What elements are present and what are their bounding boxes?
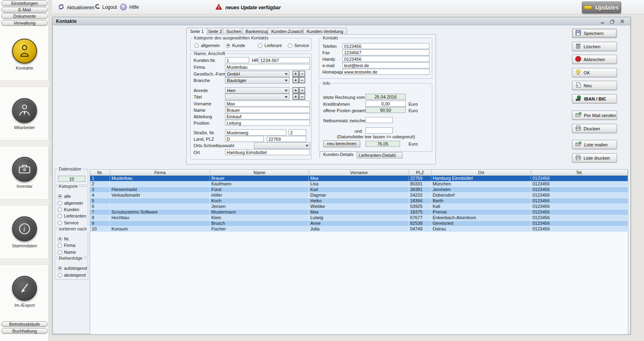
ort-field[interactable]: [225, 149, 310, 155]
table-row[interactable]: 4VerkaufsmarktHöferDagmar24232Dobersdorf…: [90, 193, 628, 198]
plz-field[interactable]: [267, 136, 306, 142]
kategorie-radio-kunde[interactable]: Kunde: [226, 43, 245, 48]
abbrechen-button[interactable]: Abbrechen: [572, 55, 617, 64]
detail-tab-lieferanten-details[interactable]: Lieferanten-Details: [355, 152, 399, 158]
sortieren-radio-nr-[interactable]: Nr.: [58, 236, 70, 241]
anrede-add-button[interactable]: +: [293, 87, 299, 93]
restore-icon[interactable]: [609, 19, 615, 24]
speichern-button[interactable]: Speichern: [572, 29, 617, 38]
table-row[interactable]: 2KaufmannLisa80331München0123456: [90, 181, 628, 187]
telefon-field[interactable]: [343, 43, 429, 49]
detail-tab-kunden-details[interactable]: Kunden-Details: [320, 151, 357, 158]
minimize-icon[interactable]: [600, 19, 606, 24]
name-field[interactable]: [225, 107, 310, 113]
orts-schnellauswahl-select[interactable]: [254, 142, 310, 149]
table-row[interactable]: 7Scoutsystems SoftwareMustermannMax18375…: [90, 210, 628, 215]
land-field[interactable]: [225, 136, 264, 142]
sortieren-radio-firma[interactable]: Firma: [58, 243, 75, 248]
table-row[interactable]: 6JensenWiebke53925Kall0123456: [90, 204, 628, 210]
toolbar-item-hilfe[interactable]: ?Hilfe: [120, 4, 139, 10]
table-row[interactable]: 10KonsumFischerJulia04749Ostrau0123456: [90, 226, 628, 232]
sidebar-button-e-mail[interactable]: E-Mail: [1, 7, 48, 12]
position-field[interactable]: [225, 120, 310, 126]
radio-dot-icon: [58, 237, 62, 241]
column-header-nr[interactable]: Nr.: [90, 170, 110, 175]
tab-kunden-verteilung[interactable]: Kunden-Verteilung: [303, 28, 347, 35]
abteilung-field[interactable]: [225, 113, 310, 119]
sortieren-radio-name[interactable]: Name: [58, 250, 76, 255]
filter-kategorie-radio-allgemein[interactable]: allgemein: [58, 201, 83, 205]
tab-seite-1[interactable]: Seite 1: [186, 28, 207, 35]
table-row[interactable]: 5KochHeiko18356Barth0123456: [90, 198, 628, 204]
liste-mailen-button[interactable]: Liste mailen: [572, 140, 617, 149]
neu-button[interactable]: Neu: [572, 81, 617, 90]
nettoumsatz-bis-field[interactable]: [365, 127, 393, 134]
kreditrahmen-field[interactable]: [365, 101, 406, 107]
gesellsch-form-add-button[interactable]: +: [293, 71, 299, 77]
column-header-vorname[interactable]: Vorname: [309, 170, 409, 175]
sidebar-button-dokumente[interactable]: Dokumente: [1, 13, 48, 19]
sidebar-item-stammdaten[interactable]: iStammdaten: [0, 216, 49, 248]
updates-button[interactable]: Updates: [582, 2, 621, 13]
kategorie-radio-service[interactable]: Service: [288, 43, 309, 48]
kategorie-radio-lieferant[interactable]: Lieferant: [258, 43, 282, 48]
gesellsch-form-remove-button[interactable]: –: [299, 71, 305, 77]
toolbar-item-aktualisieren[interactable]: Aktualisieren: [58, 4, 95, 11]
filter-kategorie-radio-lieferanten[interactable]: Lieferanten: [58, 214, 86, 218]
filter-kategorie-radio-alle[interactable]: alle: [58, 194, 71, 199]
sidebar-item-mitarbeiter[interactable]: Mitarbeiter: [0, 98, 49, 130]
iban-bic-button[interactable]: IBAN / BIC: [572, 94, 617, 103]
sidebar-button-verwaltung[interactable]: Verwaltung: [1, 20, 48, 26]
sidebar-item-kontakte[interactable]: Kontakte: [0, 39, 49, 70]
liste-drucken-button[interactable]: Liste drucken: [572, 153, 617, 162]
sidebar-item-im-export[interactable]: Im-/Export: [0, 276, 49, 308]
detail-tab-stub[interactable]: [395, 152, 402, 158]
toolbar-item-logout[interactable]: Logout: [94, 4, 117, 10]
per-mail-senden-button[interactable]: Per Mail senden: [572, 111, 617, 120]
neu-berechnen-button[interactable]: neu berechnen: [323, 140, 360, 147]
nettoumsatz-von-field[interactable]: [365, 117, 393, 123]
anrede-remove-button[interactable]: –: [299, 87, 305, 93]
kategorie-radio-allgemein[interactable]: allgemein: [194, 43, 220, 48]
sidebar-button-betriebsabl-ufe[interactable]: Betriebsabläufe: [1, 321, 48, 327]
branche-add-button[interactable]: +: [293, 77, 299, 83]
column-header-tel[interactable]: Tel.: [531, 170, 628, 175]
homepage-field[interactable]: [343, 69, 429, 75]
sidebar-item-inventar[interactable]: Inventar: [0, 157, 49, 189]
l-schen-button[interactable]: Löschen: [572, 42, 617, 51]
table-row[interactable]: 9BruschAnne82538Geretsried0123456: [90, 221, 628, 226]
strasse-field[interactable]: [225, 129, 286, 136]
titel-remove-button[interactable]: –: [299, 94, 305, 100]
close-icon[interactable]: [619, 19, 625, 24]
reihenfolge-radio-aufsteigend[interactable]: aufsteigend: [58, 266, 87, 271]
filter-kategorie-radio-kunden[interactable]: Kunden: [58, 207, 79, 212]
ok-button[interactable]: OK: [572, 68, 617, 77]
hr-field[interactable]: [259, 57, 310, 63]
email-field[interactable]: [343, 62, 429, 68]
anrede-select[interactable]: Herr: [225, 87, 289, 94]
column-header-firma[interactable]: Firma: [110, 170, 210, 175]
sidebar-button-einstellungen[interactable]: Einstellungen: [1, 0, 48, 6]
column-header-ort[interactable]: Ort: [431, 170, 531, 175]
kunden-nr-field[interactable]: [225, 57, 249, 63]
titel-add-button[interactable]: +: [293, 94, 299, 100]
vorname-field[interactable]: [225, 101, 310, 107]
filter-kategorie-radio-service[interactable]: Service: [58, 220, 79, 225]
column-header-name[interactable]: Name: [210, 170, 309, 175]
table-row[interactable]: 3FliesenmarktFürstKarl38381Jerxheim01234…: [90, 187, 628, 193]
titel-select[interactable]: [225, 94, 289, 100]
column-header-plz[interactable]: PLZ: [409, 170, 431, 175]
gesellsch-form-select[interactable]: GmbH: [225, 71, 289, 77]
table-row[interactable]: 8HochbauKleinLutwig67677Enkenbach-Alsenb…: [90, 215, 628, 221]
branche-remove-button[interactable]: –: [299, 77, 305, 83]
handy-field[interactable]: [343, 56, 429, 62]
hausnr-field[interactable]: [289, 129, 306, 136]
table-row[interactable]: 1MusterbauBrauerMax22769Hamburg Eimsbütt…: [90, 176, 628, 181]
reihenfolge-radio-absteigend[interactable]: absteigend: [58, 273, 86, 277]
firma-field[interactable]: [225, 64, 310, 70]
branche-select[interactable]: Bauträger: [225, 77, 289, 84]
fax-field[interactable]: [343, 49, 429, 55]
sidebar-button-buchhaltung[interactable]: Buchhaltung: [1, 328, 48, 334]
drucken-button[interactable]: Drucken: [572, 124, 617, 133]
splitter-handle[interactable]: [50, 160, 52, 175]
